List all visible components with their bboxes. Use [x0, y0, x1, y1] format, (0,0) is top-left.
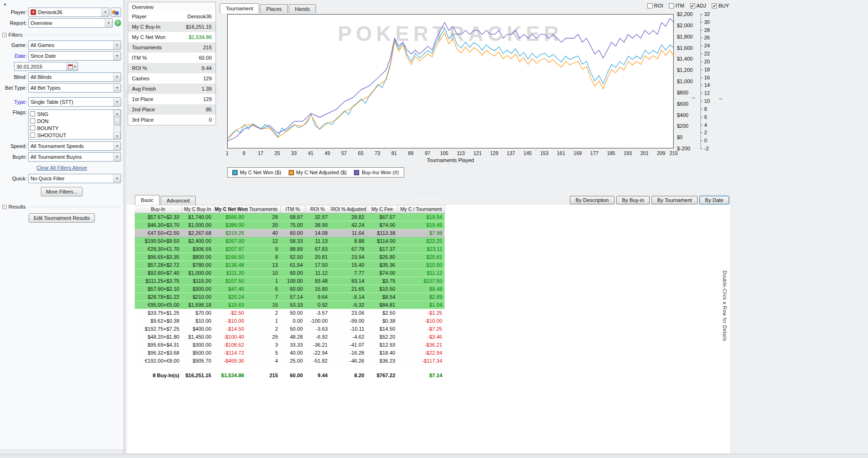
tab-advanced[interactable]: Advanced	[161, 196, 196, 205]
axis-pan-icon[interactable]: ↔	[691, 94, 696, 100]
collapse-filters-icon[interactable]: −	[2, 33, 7, 37]
sort-button-by-date[interactable]: By Date	[699, 196, 729, 204]
toggle-adj[interactable]: ✓ADJ	[690, 3, 707, 8]
chevron-down-icon[interactable]: ▼	[113, 153, 121, 161]
chevron-down-icon[interactable]: ▼	[113, 41, 121, 49]
table-row[interactable]: €192.00+€8.00$905.70-$469.36425.00-51.82…	[135, 357, 445, 365]
collapse-results-icon[interactable]: −	[2, 205, 7, 209]
flags-listbox[interactable]: SNGDONBOUNTYSHOOTOUT ▲ ▼	[28, 109, 121, 140]
toggle-buy[interactable]: ✓BUY	[712, 3, 729, 8]
tab-hands[interactable]: Hands	[289, 4, 316, 13]
overview-chart-splitter[interactable]: ····	[215, 0, 219, 190]
sort-button-by-tournament[interactable]: By Tournament	[652, 196, 698, 204]
cell: $20.24	[214, 293, 246, 301]
tab-tournament[interactable]: Tournament	[220, 3, 259, 13]
table-row[interactable]: $57.28+$2.72$780.00$136.481361.5417.5015…	[135, 261, 445, 269]
blind-select[interactable]: All Blinds ▼	[28, 72, 121, 82]
cell: 5	[246, 285, 280, 293]
cell: $300.00	[182, 341, 214, 349]
scroll-down-icon[interactable]: ▼	[114, 132, 121, 139]
table-row[interactable]: $28.78+$1.22$210.00$20.24757.149.64-5.14…	[135, 293, 445, 301]
date-picker-button[interactable]: ▼	[66, 62, 77, 70]
column-header-tournaments[interactable]: Tournaments	[246, 205, 280, 213]
scroll-up-icon[interactable]: ▲	[114, 110, 121, 116]
column-header-my-c-net-won[interactable]: My C Net Won	[214, 205, 246, 213]
horizontal-scrollbar[interactable]	[0, 454, 868, 458]
game-select[interactable]: All Games ▼	[28, 40, 121, 50]
column-header-my-c-tournament[interactable]: My C / Tournament	[398, 205, 445, 213]
type-select[interactable]: Single Table (STT) ▼	[28, 97, 121, 107]
horizontal-splitter[interactable]: · · · · · ·	[127, 191, 730, 195]
table-row[interactable]: €47.50+€2.50$2,267.68$319.254060.0014.08…	[135, 229, 445, 237]
speed-select[interactable]: All Tournament Speeds ▼	[28, 141, 121, 151]
buyin-select[interactable]: All Tournament Buyins ▼	[28, 152, 121, 162]
flag-checkbox-item[interactable]: SHOOTOUT	[29, 132, 113, 139]
chevron-down-icon[interactable]: ▼	[105, 19, 112, 27]
column-header-itm[interactable]: ITM %	[280, 205, 305, 213]
table-row[interactable]: $9.62+$0.38$10.00-$10.0010.00-100.00-99.…	[135, 317, 445, 325]
stat-value: Denisok36	[187, 14, 212, 19]
table-row[interactable]: $190.50+$9.50$2,400.00$267.001258.3311.1…	[135, 237, 445, 245]
table-row[interactable]: $46.30+$3.70$1,000.00$389.002075.0038.90…	[135, 221, 445, 229]
edit-tournament-results-button[interactable]: Edit Tournament Results	[29, 213, 95, 223]
report-select[interactable]: Overview ▼	[28, 18, 113, 28]
cell: -5.14	[330, 293, 367, 301]
sort-button-by-description[interactable]: By Description	[570, 196, 615, 204]
player-select[interactable]: ♦ Denisok36 ▼	[28, 8, 109, 17]
tab-basic[interactable]: Basic	[135, 195, 160, 205]
flags-scrollbar[interactable]: ▲ ▼	[113, 110, 121, 139]
table-row[interactable]: $33.75+$1.25$70.00-$2.50250.00-3.5723.06…	[135, 309, 445, 317]
table-row[interactable]: €28.30+€1.70$306.59$207.97988.8967.8367.…	[135, 245, 445, 253]
sidebar-scrollbar[interactable]	[0, 450, 123, 454]
toggle-roi[interactable]: ROI	[647, 3, 663, 8]
axis-pan-icon[interactable]: ↔	[718, 95, 723, 101]
usd-tick-label: $800	[677, 90, 688, 95]
column-header-roi-adjusted[interactable]: ROI % Adjusted	[330, 205, 367, 213]
date-select[interactable]: Since Date ▼	[28, 51, 121, 61]
bet-type-select[interactable]: All Bet Types ▼	[28, 83, 121, 93]
sort-button-by-buy-in[interactable]: By Buy-in	[616, 196, 650, 204]
more-filters-button[interactable]: More Filters...	[41, 187, 83, 196]
results-section-title: Results	[8, 204, 26, 210]
flag-checkbox-item[interactable]: BOUNTY	[29, 124, 113, 132]
column-header-my-c-buy-in[interactable]: My C Buy-In	[182, 205, 214, 213]
report-help-icon[interactable]: ?	[115, 20, 121, 26]
table-row[interactable]: $92.60+$7.40$1,000.00$111.201060.0011.12…	[135, 269, 445, 277]
table-row[interactable]: $111.25+$3.75$115.00$107.501100.0093.488…	[135, 277, 445, 285]
table-row[interactable]: $57.67+$2.33$1,740.00$566.802968.9732.57…	[135, 213, 445, 221]
cell: 15.80	[305, 285, 330, 293]
chevron-down-icon[interactable]: ▼	[113, 84, 121, 92]
chevron-down-icon[interactable]: ▼	[113, 73, 121, 81]
table-row[interactable]: $192.75+$7.25$400.00-$14.50250.00-3.63-1…	[135, 325, 445, 333]
table-row[interactable]: €95.00+€5.00$1,696.18$15.631553.330.92-5…	[135, 301, 445, 309]
chevron-down-icon[interactable]: ▼	[113, 98, 121, 106]
table-row[interactable]: $96.32+$3.68$500.00-$114.72540.00-22.94-…	[135, 349, 445, 357]
chart-plot-area[interactable]: POKERTRACKER	[227, 14, 674, 148]
cell: -$3.46	[398, 333, 445, 341]
collapse-sidebar-icon[interactable]: ◄	[3, 2, 7, 7]
total-row[interactable]: 8 Buy-In(s)$16,251.15$1,534.8621560.009.…	[135, 372, 445, 380]
table-row[interactable]: $95.69+$4.31$300.00-$108.62333.33-36.21-…	[135, 341, 445, 349]
table-row[interactable]: $57.90+$2.10$300.00$47.40560.0015.8021.6…	[135, 285, 445, 293]
column-header-buy-in[interactable]: Buy-In	[135, 205, 182, 213]
column-header-roi[interactable]: ROI %	[305, 205, 330, 213]
flag-checkbox-item[interactable]: DON	[29, 117, 113, 124]
chevron-down-icon[interactable]: ▼	[113, 52, 121, 60]
cell: -6.92	[305, 333, 330, 341]
date-input[interactable]: 30.01.2015 ▼	[14, 62, 78, 71]
table-row[interactable]: $96.65+$3.35$800.00$166.50862.5020.8123.…	[135, 253, 445, 261]
clear-all-filters-link[interactable]: Clear All Filters Above	[37, 165, 87, 171]
scrollbar-thumb[interactable]	[114, 117, 120, 125]
chevron-down-icon[interactable]: ▼	[113, 174, 121, 183]
chevron-down-icon[interactable]: ▼	[113, 142, 121, 150]
choose-player-button[interactable]	[111, 8, 121, 17]
flag-checkbox-item[interactable]: SNG	[29, 110, 113, 117]
cell: $22.25	[398, 237, 445, 245]
chevron-down-icon[interactable]: ▼	[101, 8, 109, 16]
column-header-my-c-fee[interactable]: My C Fee	[367, 205, 398, 213]
table-row[interactable]: $48.20+$1.80$1,450.00-$100.402948.28-6.9…	[135, 333, 445, 341]
cell: $52.20	[367, 333, 398, 341]
tab-places[interactable]: Places	[260, 4, 288, 13]
quick-filter-select[interactable]: No Quick Filter ▼	[28, 174, 121, 183]
toggle-itm[interactable]: ITM	[669, 3, 684, 8]
